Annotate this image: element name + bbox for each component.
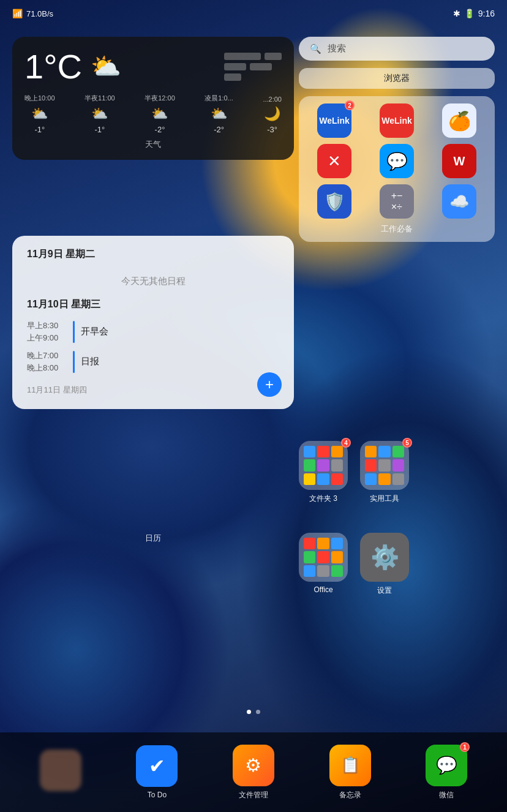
- work-folder[interactable]: WeLink 2 WeLink 🍊 ✕: [299, 96, 495, 242]
- battery-icon: 🔋: [464, 9, 475, 18]
- office-item[interactable]: Office: [299, 533, 348, 596]
- todo-label: To Do: [148, 791, 167, 799]
- chat-icon: 💬: [380, 144, 414, 178]
- search-icon: 🔍: [310, 43, 321, 55]
- forecast-icon-5: 🌙: [264, 106, 280, 122]
- folder-row: 4 文件夹 3 5 实用工具: [299, 441, 495, 504]
- calendar-next-day: 11月11日 星期四: [27, 385, 87, 396]
- dock: ✔ To Do ⚙ 文件管理 📋 备忘录 💬 1 微信: [0, 732, 507, 812]
- weather-main: 1°C ⛅: [24, 47, 282, 86]
- settings-icon: ⚙️: [360, 533, 409, 582]
- browser-label: 浏览器: [384, 73, 410, 83]
- calc-app[interactable]: +−×÷: [369, 184, 425, 219]
- status-right: ✱ 🔋 9:16: [453, 9, 495, 18]
- weather-widget[interactable]: 1°C ⛅ 晚上10:00 ⛅ -1° 半夜11:00 ⛅ -1° 半夜12:0…: [12, 37, 294, 160]
- time-display: 9:16: [478, 9, 495, 18]
- notes-icon: 📋: [329, 745, 371, 786]
- dock-item-todo[interactable]: ✔ To Do: [136, 745, 178, 799]
- dock-item-files[interactable]: ⚙ 文件管理: [233, 745, 274, 800]
- work-app-grid: WeLink 2 WeLink 🍊 ✕: [306, 103, 487, 219]
- files-label: 文件管理: [239, 790, 268, 800]
- event2-time: 晚上7:00晚上8:00: [27, 350, 67, 374]
- calendar-label: 日历: [12, 533, 294, 544]
- calendar-day2-header: 11月10日 星期三: [27, 298, 279, 311]
- event2-name: 日报: [81, 356, 99, 367]
- badge-welink: 2: [345, 100, 355, 110]
- forecast-icon-1: ⛅: [31, 106, 48, 122]
- search-bar[interactable]: 🔍 搜索: [299, 37, 495, 61]
- calendar-event-1[interactable]: 早上8:30上午9:00 开早会: [27, 320, 279, 344]
- folder3-item[interactable]: 4 文件夹 3: [299, 441, 348, 504]
- fruit-icon: 🍊: [442, 103, 476, 138]
- forecast-item-2: 半夜11:00 ⛅ -1°: [85, 94, 115, 134]
- event1-bar: [73, 321, 75, 343]
- status-bar: 📶 71.0B/s ✱ 🔋 9:16: [0, 0, 507, 27]
- network-speed: 71.0B/s: [26, 9, 53, 18]
- status-left: 📶 71.0B/s: [12, 9, 53, 18]
- wps-icon: W: [442, 144, 476, 178]
- weather-label: 天气: [24, 139, 282, 150]
- weather-right-info: [224, 53, 282, 81]
- folder3-badge: 4: [341, 438, 351, 448]
- work-folder-label: 工作必备: [306, 224, 487, 235]
- calendar-day1-header: 11月9日 星期二: [27, 248, 279, 261]
- cloud-icon-app: ☁️: [442, 184, 476, 219]
- calendar-add-button[interactable]: +: [257, 372, 282, 397]
- search-placeholder: 搜索: [328, 43, 346, 55]
- folder3-label: 文件夹 3: [309, 494, 337, 504]
- dock-item-unknown[interactable]: [40, 750, 81, 795]
- forecast-item-5: ...2:00 🌙 -3°: [263, 96, 282, 134]
- event1-time: 早上8:30上午9:00: [27, 320, 67, 344]
- notes-label: 备忘录: [339, 790, 361, 800]
- dock-unknown-icon: [40, 750, 81, 791]
- calendar-no-event: 今天无其他日程: [27, 269, 279, 298]
- calendar-event-2[interactable]: 晚上7:00晚上8:00 日报: [27, 350, 279, 374]
- shield-app[interactable]: 🛡️: [306, 184, 362, 219]
- welink-icon-1: WeLink 2: [317, 103, 351, 138]
- settings-label: 设置: [377, 585, 392, 596]
- office-settings-row: Office ⚙️ 设置: [299, 533, 495, 596]
- dock-item-notes[interactable]: 📋 备忘录: [329, 745, 371, 800]
- wps-app[interactable]: W: [431, 144, 487, 178]
- office-label: Office: [314, 585, 332, 594]
- event1-name: 开早会: [81, 326, 108, 337]
- xmark-icon: ✕: [317, 144, 351, 178]
- dock-item-wechat[interactable]: 💬 1 微信: [426, 745, 467, 800]
- wechat-label: 微信: [439, 790, 454, 800]
- right-widgets: 🔍 搜索 浏览器 WeLink 2 WeLink 🍊: [299, 37, 495, 242]
- cloud-icon: ⛅: [91, 52, 121, 81]
- browser-button[interactable]: 浏览器: [299, 68, 495, 89]
- util-tools-item[interactable]: 5 实用工具: [360, 441, 409, 504]
- wifi-icon: 📶: [12, 9, 23, 18]
- forecast-icon-3: ⛅: [151, 106, 168, 122]
- calc-icon: +−×÷: [380, 184, 414, 219]
- office-icon: [299, 533, 348, 582]
- page-dots: [247, 710, 260, 714]
- xmark-app[interactable]: ✕: [306, 144, 362, 178]
- chat-app[interactable]: 💬: [369, 144, 425, 178]
- welink-app-1[interactable]: WeLink 2: [306, 103, 362, 138]
- welink-icon-2: WeLink: [380, 103, 414, 138]
- event2-bar: [73, 351, 75, 373]
- bluetooth-icon: ✱: [453, 9, 460, 18]
- weather-temp: 1°C ⛅: [24, 47, 121, 86]
- files-icon: ⚙: [233, 745, 274, 786]
- forecast-item-3: 半夜12:00 ⛅ -2°: [145, 94, 175, 134]
- settings-item[interactable]: ⚙️ 设置: [360, 533, 409, 596]
- util-tools-icon: [360, 441, 409, 490]
- util-tools-badge: 5: [402, 438, 412, 448]
- page-dot-1: [247, 710, 251, 714]
- shield-icon: 🛡️: [317, 184, 351, 219]
- forecast-item-1: 晚上10:00 ⛅ -1°: [24, 94, 55, 134]
- fruit-app[interactable]: 🍊: [431, 103, 487, 138]
- folder3-icon: [299, 441, 348, 490]
- welink-app-2[interactable]: WeLink: [369, 103, 425, 138]
- temperature-value: 1°C: [24, 47, 82, 86]
- todo-icon: ✔: [136, 745, 178, 787]
- calendar-widget[interactable]: 11月9日 星期二 今天无其他日程 11月10日 星期三 早上8:30上午9:0…: [12, 236, 294, 409]
- cloud-app[interactable]: ☁️: [431, 184, 487, 219]
- wechat-badge: 1: [460, 742, 470, 752]
- util-tools-label: 实用工具: [370, 494, 399, 504]
- page-dot-2: [256, 710, 260, 714]
- forecast-item-4: 凌晨1:0... ⛅ -2°: [205, 94, 233, 134]
